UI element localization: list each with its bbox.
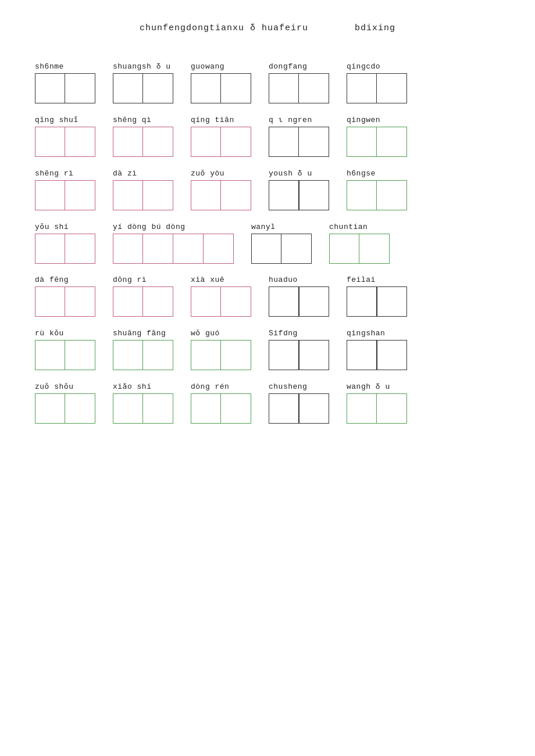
word-group-3-1: yí dòng bú dòng (113, 223, 234, 264)
word-group-4-1: dōng rì (113, 275, 173, 317)
boxes-row (269, 127, 329, 157)
char-box (269, 127, 299, 157)
word-group-1-2: qíng tiān (191, 116, 251, 157)
boxes-row (347, 73, 407, 103)
boxes-row (329, 234, 390, 264)
word-label: q ι ngren (269, 116, 312, 124)
char-box (281, 234, 312, 264)
boxes-row (113, 73, 173, 103)
char-box (35, 340, 65, 370)
char-box (299, 286, 329, 317)
char-box (221, 286, 251, 317)
boxes-row (113, 234, 234, 264)
char-box (329, 234, 359, 264)
boxes-row (191, 286, 251, 317)
word-label: yǒu shí (35, 222, 69, 231)
word-group-4-4: feilai (347, 275, 407, 317)
char-box (35, 73, 65, 103)
word-label: shuāng fāng (113, 329, 166, 338)
word-group-0-2: guowang (191, 62, 251, 103)
char-box (359, 234, 390, 264)
word-group-0-0: sh6nme (35, 62, 95, 103)
char-box (113, 286, 143, 317)
row-2: shēng rìdà zìzuǒ yòuyoush δ uh6ngse (35, 169, 500, 210)
char-box (347, 180, 377, 210)
row-6: zuǒ shǒuxiǎo shídòng rénchushengwangh δ … (35, 382, 500, 424)
boxes-row (191, 180, 251, 210)
char-box (377, 127, 407, 157)
word-group-6-0: zuǒ shǒu (35, 382, 95, 424)
boxes-row (269, 393, 329, 424)
word-group-0-4: qingcdo (347, 62, 407, 103)
word-label: wǒ guó (191, 328, 220, 338)
char-box (65, 393, 95, 424)
char-box (269, 340, 299, 370)
header-left: chunfengdongtianxu δ huafeiru (140, 23, 308, 33)
word-label: shēng qì (113, 116, 151, 124)
char-box (65, 127, 95, 157)
word-label: rù kǒu (35, 328, 64, 338)
char-box (269, 286, 299, 317)
boxes-row (191, 340, 251, 370)
char-box (221, 340, 251, 370)
word-group-5-4: qingshan (347, 329, 407, 370)
char-box (113, 393, 143, 424)
word-group-2-1: dà zì (113, 169, 173, 210)
word-group-1-4: qingwen (347, 116, 407, 157)
char-box (191, 340, 221, 370)
header: chunfengdongtianxu δ huafeiru bdixing (35, 23, 500, 33)
boxes-row (113, 180, 173, 210)
row-0: sh6nmeshuangsh δ uguowangdongfangqingcdo (35, 62, 500, 103)
boxes-row (269, 73, 329, 103)
char-box (143, 340, 173, 370)
header-right: bdixing (355, 23, 395, 33)
word-group-6-2: dòng rén (191, 382, 251, 424)
word-group-2-4: h6ngse (347, 169, 407, 210)
word-group-2-3: yoush δ u (269, 169, 329, 210)
word-label: chuntian (329, 223, 368, 231)
word-group-0-1: shuangsh δ u (113, 62, 173, 103)
word-label: dòng rén (191, 382, 229, 391)
boxes-row (347, 393, 407, 424)
char-box (35, 127, 65, 157)
word-label: guowang (191, 62, 224, 71)
char-box (65, 340, 95, 370)
boxes-row (191, 127, 251, 157)
word-group-2-0: shēng rì (35, 169, 95, 210)
content: sh6nmeshuangsh δ uguowangdongfangqingcdo… (35, 62, 500, 424)
char-box (35, 234, 65, 264)
char-box (347, 340, 377, 370)
word-group-6-4: wangh δ u (347, 382, 407, 424)
boxes-row (113, 393, 173, 424)
boxes-row (269, 180, 329, 210)
char-box (35, 180, 65, 210)
word-label: wangh δ u (347, 382, 390, 391)
word-group-2-2: zuǒ yòu (191, 169, 251, 210)
word-label: h6ngse (347, 169, 376, 178)
word-group-5-1: shuāng fāng (113, 329, 173, 370)
boxes-row (191, 393, 251, 424)
word-label: yí dòng bú dòng (113, 223, 186, 231)
boxes-row (35, 234, 95, 264)
word-group-3-2: wanyl (251, 223, 312, 264)
row-1: qīng shuǐshēng qìqíng tiānq ι ngrenqingw… (35, 115, 500, 157)
boxes-row (251, 234, 312, 264)
word-group-1-3: q ι ngren (269, 116, 329, 157)
word-group-4-3: huaduo (269, 275, 329, 317)
char-box (221, 73, 251, 103)
char-box (377, 180, 407, 210)
char-box (191, 73, 221, 103)
word-group-3-3: chuntian (329, 223, 390, 264)
char-box (143, 234, 173, 264)
word-label: dà zì (113, 169, 137, 178)
boxes-row (35, 340, 95, 370)
char-box (191, 286, 221, 317)
word-group-3-0: yǒu shí (35, 222, 95, 264)
char-box (299, 393, 329, 424)
boxes-row (113, 127, 173, 157)
word-label: xià xuě (191, 275, 224, 284)
char-box (35, 393, 65, 424)
char-box (65, 73, 95, 103)
boxes-row (347, 180, 407, 210)
boxes-row (191, 73, 251, 103)
